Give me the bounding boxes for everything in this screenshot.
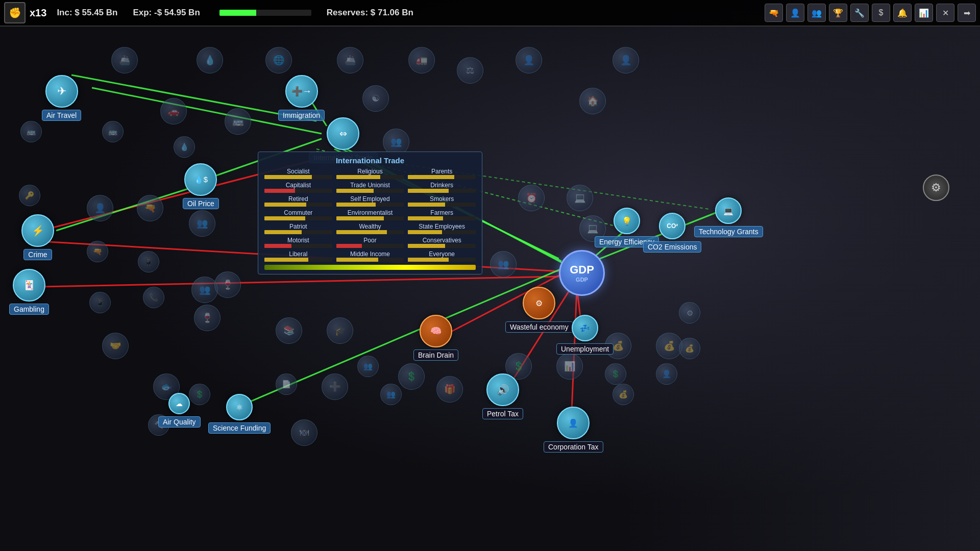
top-bar: ✊ x13 Inc: $ 55.45 Bn Exp: -$ 54.95 Bn R…: [0, 0, 980, 27]
scattered-node: 👥: [380, 384, 402, 405]
oil-price-circle: 💧$: [184, 163, 217, 196]
crime-label: Crime: [23, 249, 52, 260]
approval-bar: [408, 203, 476, 207]
node-gdp[interactable]: GDP GDP: [559, 250, 605, 296]
popup-group-col: Wealthy: [336, 223, 404, 234]
popup-group-row: PatriotWealthyState Employees: [264, 223, 476, 234]
international-trade-circle: ⇔: [327, 117, 359, 150]
popup-group-col: Middle Income: [336, 251, 404, 262]
approval-bar: [336, 244, 404, 248]
stats-bar: Inc: $ 55.45 Bn Exp: -$ 54.95 Bn Reserve…: [57, 8, 765, 18]
popup-group-label: Smokers: [408, 195, 476, 203]
trophy-icon[interactable]: 🏆: [829, 4, 847, 22]
scattered-node: 📄: [276, 373, 297, 395]
popup-group-col: Self Employed: [336, 195, 404, 207]
node-gambling[interactable]: 🃏 Gambling: [9, 269, 49, 315]
popup-group-label: Commuter: [264, 209, 332, 216]
scattered-node: 🔫: [87, 241, 108, 262]
scattered-node: 🚛: [408, 47, 435, 73]
gun-icon[interactable]: 🔫: [765, 4, 783, 22]
popup-group-row: SocialistReligiousParents: [264, 168, 476, 179]
scattered-node: 👥: [189, 210, 215, 237]
close-icon[interactable]: ✕: [936, 4, 954, 22]
node-corporation-tax[interactable]: 👤 Corporation Tax: [544, 407, 603, 453]
unemployment-label: Unemployment: [556, 343, 614, 355]
popup-group-label: Poor: [336, 237, 404, 244]
popup-group-col: Trade Unionist: [336, 182, 404, 193]
popup-group-label: Wealthy: [336, 223, 404, 230]
approval-bar: [264, 258, 332, 262]
budget-fill: [219, 10, 256, 16]
line-oil-crime: [56, 184, 204, 231]
settings-button[interactable]: ⚙: [923, 174, 949, 201]
popup-group-col: Conservatives: [408, 237, 476, 248]
scattered-node: 🚌: [102, 121, 124, 142]
popup-group-label: Middle Income: [336, 251, 404, 258]
scattered-node: ⏰: [518, 185, 545, 211]
popup-group-col: Capitalist: [264, 182, 332, 193]
scattered-node: 💰: [656, 333, 682, 359]
approval-bar: [264, 230, 332, 234]
node-brain-drain[interactable]: 🧠 Brain Drain: [413, 315, 458, 361]
popup-group-col: Motorist: [264, 237, 332, 248]
scattered-node: 👥: [191, 277, 218, 303]
node-oil-price[interactable]: 💧$ Oil Price: [183, 163, 219, 209]
next-icon[interactable]: ➡: [958, 4, 976, 22]
bell-icon[interactable]: 🔔: [893, 4, 912, 22]
brain-drain-label: Brain Drain: [413, 349, 458, 361]
scattered-node: 🤝: [102, 333, 129, 359]
scattered-node: 👤: [516, 47, 542, 73]
person-icon[interactable]: 👤: [786, 4, 804, 22]
approval-bar: [264, 216, 332, 220]
popup-group-col: Poor: [336, 237, 404, 248]
scattered-node: 🍽: [291, 419, 317, 446]
popup-group-col: Environmentalist: [336, 209, 404, 220]
popup-footer-bar: [264, 265, 476, 270]
scattered-node: 💧: [174, 136, 195, 158]
approval-bar: [336, 189, 404, 193]
policy-canvas: 🚢💧🌐🚢🚛👤👤☯⚖🏠🚗🚌🚌🚌💧👥🔑👤🔫👥⏰💻💻🔫📱👥👥📱📞🍷🤝🍷💰💰📚🎓👥👥➕💲…: [0, 27, 980, 551]
brain-drain-circle: 🧠: [420, 315, 452, 347]
group-icon[interactable]: 👥: [807, 4, 826, 22]
node-science-funding[interactable]: ⚛ Science Funding: [208, 394, 271, 434]
node-co2[interactable]: CO² CO2 Emissions: [643, 213, 701, 253]
popup-group-col: Retired: [264, 195, 332, 207]
scattered-node: 📚: [276, 317, 302, 344]
approval-bar: [408, 258, 476, 262]
popup-group-label: Environmentalist: [336, 209, 404, 216]
scattered-node: ☯: [362, 85, 389, 112]
scattered-node: 🍷: [194, 305, 220, 331]
air-quality-label: Air Quality: [158, 416, 201, 428]
scattered-node: 📊: [556, 353, 583, 380]
science-funding-circle: ⚛: [226, 394, 253, 420]
approval-bar: [408, 230, 476, 234]
scattered-node: 🔑: [19, 185, 40, 206]
gdp-text: GDP: [570, 263, 594, 277]
node-air-quality[interactable]: ☁ Air Quality: [158, 393, 201, 428]
popup-group-row: CapitalistTrade UnionistDrinkers: [264, 182, 476, 193]
node-crime[interactable]: ⚡ Crime: [21, 214, 54, 260]
gdp-circle: GDP GDP: [559, 250, 605, 296]
scattered-node: 🍷: [214, 271, 241, 298]
scattered-node: 🎓: [327, 317, 353, 344]
crime-circle: ⚡: [21, 214, 54, 247]
scattered-node: 📞: [143, 287, 164, 308]
wrench-icon[interactable]: 🔧: [850, 4, 869, 22]
approval-bar: [408, 244, 476, 248]
popup-group-col: Religious: [336, 168, 404, 179]
chart-icon[interactable]: 📊: [915, 4, 933, 22]
scattered-node: 👤: [656, 363, 677, 385]
node-petrol-tax[interactable]: 🔊 Petrol Tax: [482, 373, 523, 419]
game-logo: ✊: [4, 2, 26, 23]
dollar-icon[interactable]: $: [872, 4, 890, 22]
approval-bar: [336, 230, 404, 234]
node-unemployment[interactable]: 💤 Unemployment: [556, 315, 614, 355]
popup-group-col: Socialist: [264, 168, 332, 179]
node-immigration[interactable]: ➕→ Immigration: [278, 75, 325, 121]
node-air-travel[interactable]: ✈ Air Travel: [42, 75, 81, 121]
popup-group-label: Self Employed: [336, 195, 404, 203]
scattered-node: 📱: [138, 251, 159, 272]
scattered-node: 🚢: [111, 47, 138, 73]
approval-bar: [264, 175, 332, 179]
node-technology-grants[interactable]: 💻 Technology Grants: [694, 197, 763, 237]
